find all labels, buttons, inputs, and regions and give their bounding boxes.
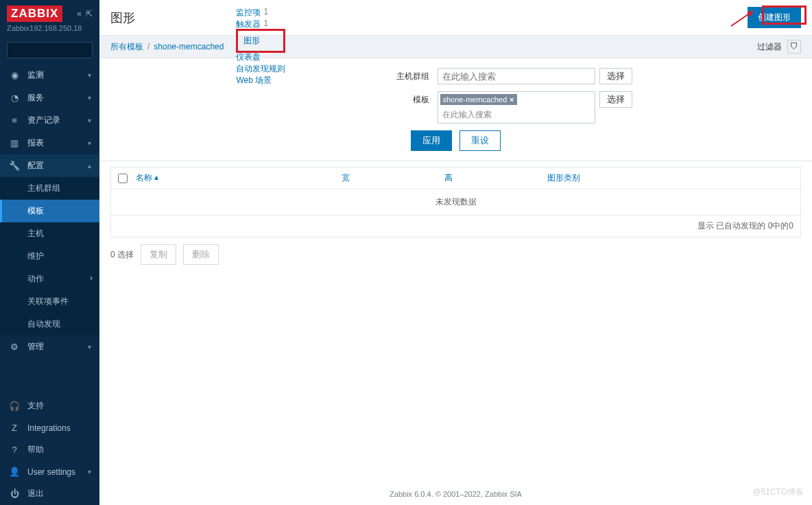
page-title: 图形 [110, 10, 135, 26]
nav-icon: ▥ [8, 138, 21, 148]
icon: 👤 [8, 467, 21, 477]
main: 图形 创建图形 所有模板 / shone-memcached 监控项1触发器1图… [99, 0, 812, 505]
filter-label[interactable]: 过滤器 [757, 41, 782, 53]
template-label: 模板 [280, 91, 438, 106]
filter-panel: 主机群组 选择 模板 shone-memcached× 在此输入搜索 选择 应用… [99, 58, 812, 161]
collapse-icon[interactable]: « [77, 9, 82, 19]
hostgroup-label: 主机群组 [280, 68, 438, 82]
col-type[interactable]: 图形类别 [547, 172, 793, 184]
nav-管理[interactable]: ⚙管理▾ [0, 336, 99, 358]
chevron-right-icon: › [90, 273, 93, 283]
page-footer: Zabbix 6.0.4. © 2001–2022, Zabbix SIA [99, 483, 812, 505]
nav-icon: ◉ [8, 70, 21, 80]
subnav-主机群组[interactable]: 主机群组 [0, 177, 99, 200]
breadcrumb-root[interactable]: 所有模板 [110, 41, 143, 53]
apply-button[interactable]: 应用 [411, 130, 452, 151]
nav-icon: ◔ [8, 93, 21, 103]
logo[interactable]: ZABBIX [7, 5, 62, 22]
breadcrumb-template[interactable]: shone-memcached [154, 42, 224, 51]
nav-报表[interactable]: ▥报表▾ [0, 132, 99, 154]
bottom-User settings[interactable]: 👤User settings▾ [0, 461, 99, 482]
subnav-主机[interactable]: 主机 [0, 222, 99, 245]
filter-icon[interactable]: ⛉ [787, 40, 801, 54]
chevron-icon: ▾ [88, 468, 91, 475]
subnav-自动发现[interactable]: 自动发现 [0, 313, 99, 336]
nav-icon: 🔧 [8, 161, 21, 171]
chevron-icon: ▾ [88, 343, 91, 351]
tabs-row: 所有模板 / shone-memcached 监控项1触发器1图形仪表盘自动发现… [99, 35, 812, 58]
delete-button: 删除 [183, 244, 219, 265]
table-footer: 显示 已自动发现的 0中的0 [111, 215, 800, 237]
tab-监控项[interactable]: 监控项1 [236, 7, 285, 19]
chevron-icon: ▾ [88, 71, 91, 79]
bottom-帮助[interactable]: ?帮助 [0, 438, 99, 461]
copy-button: 复制 [141, 244, 176, 265]
remove-tag-icon[interactable]: × [510, 95, 514, 104]
icon: Z [8, 423, 21, 433]
nav-监测[interactable]: ◉监测▾ [0, 64, 99, 86]
nav-配置[interactable]: 🔧配置▴ [0, 154, 99, 177]
icon: ⏻ [8, 489, 21, 499]
tab-图形[interactable]: 图形 [236, 29, 285, 53]
hostgroup-input[interactable] [438, 68, 595, 84]
reset-button[interactable]: 重设 [459, 130, 501, 151]
nav-资产记录[interactable]: ≡资产记录▾ [0, 109, 99, 132]
sidebar: ZABBIX « ⇱ Zabbix192.168.250.18 🔍 ◉监测▾◔服… [0, 0, 99, 505]
template-input[interactable]: shone-memcached× 在此输入搜索 [438, 91, 595, 124]
col-width[interactable]: 宽 [342, 172, 444, 184]
subnav-维护[interactable]: 维护 [0, 245, 99, 268]
icon: 🎧 [8, 401, 21, 411]
bottom-退出[interactable]: ⏻退出 [0, 482, 99, 505]
no-data: 未发现数据 [111, 189, 800, 215]
hostgroup-select-button[interactable]: 选择 [599, 68, 632, 84]
chevron-icon: ▴ [88, 162, 91, 169]
sidebar-search[interactable]: 🔍 [7, 42, 93, 58]
col-name[interactable]: 名称▴ [136, 172, 342, 184]
nav-icon: ⚙ [8, 342, 21, 352]
chevron-icon: ▾ [88, 94, 91, 102]
chevron-icon: ▾ [88, 117, 91, 124]
server-label: Zabbix192.168.250.18 [7, 24, 93, 32]
nav-服务[interactable]: ◔服务▾ [0, 86, 99, 109]
popout-icon[interactable]: ⇱ [86, 9, 93, 19]
subnav-关联项事件[interactable]: 关联项事件 [0, 290, 99, 313]
nav-icon: ≡ [8, 115, 21, 126]
select-all-checkbox[interactable] [118, 174, 128, 183]
template-tag: shone-memcached× [440, 94, 517, 105]
selection-count: 0 选择 [110, 249, 134, 261]
bottom-Integrations[interactable]: ZIntegrations [0, 417, 99, 438]
results-table: 名称▴ 宽 高 图形类别 未发现数据 显示 已自动发现的 0中的0 [110, 167, 801, 237]
watermark: @51CTO博客 [752, 486, 804, 498]
subnav-动作[interactable]: 动作› [0, 268, 99, 290]
subnav-模板[interactable]: 模板 [0, 200, 99, 222]
create-graph-button[interactable]: 创建图形 [748, 7, 801, 28]
template-select-button[interactable]: 选择 [599, 91, 632, 108]
col-height[interactable]: 高 [444, 172, 547, 184]
icon: ? [8, 445, 21, 455]
chevron-icon: ▾ [88, 139, 91, 147]
bottom-支持[interactable]: 🎧支持 [0, 395, 99, 417]
